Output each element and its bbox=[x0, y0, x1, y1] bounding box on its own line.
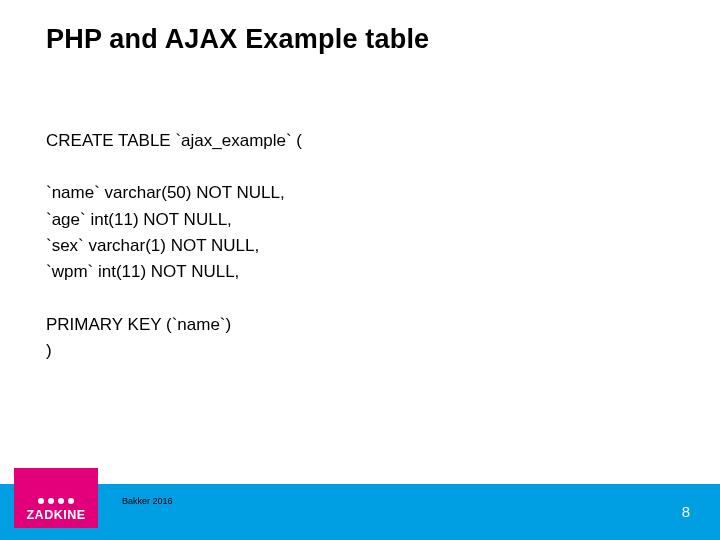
zadkine-logo: ZADKINE bbox=[14, 468, 98, 528]
slide: PHP and AJAX Example table CREATE TABLE … bbox=[0, 0, 720, 540]
code-line: `age` int(11) NOT NULL, bbox=[46, 207, 302, 233]
blank-line bbox=[46, 154, 302, 180]
slide-title: PHP and AJAX Example table bbox=[46, 24, 429, 55]
code-line: `sex` varchar(1) NOT NULL, bbox=[46, 233, 302, 259]
logo-text: ZADKINE bbox=[26, 508, 85, 522]
footer-credit: Bakker 2016 bbox=[122, 496, 173, 506]
page-number: 8 bbox=[682, 503, 690, 520]
blank-line bbox=[46, 286, 302, 312]
code-line: `wpm` int(11) NOT NULL, bbox=[46, 259, 302, 285]
code-block: CREATE TABLE `ajax_example` ( `name` var… bbox=[46, 128, 302, 364]
logo-dots-icon bbox=[38, 498, 74, 504]
code-line: PRIMARY KEY (`name`) bbox=[46, 312, 302, 338]
code-line: ) bbox=[46, 338, 302, 364]
code-line: CREATE TABLE `ajax_example` ( bbox=[46, 128, 302, 154]
footer-bar bbox=[0, 484, 720, 540]
code-line: `name` varchar(50) NOT NULL, bbox=[46, 180, 302, 206]
